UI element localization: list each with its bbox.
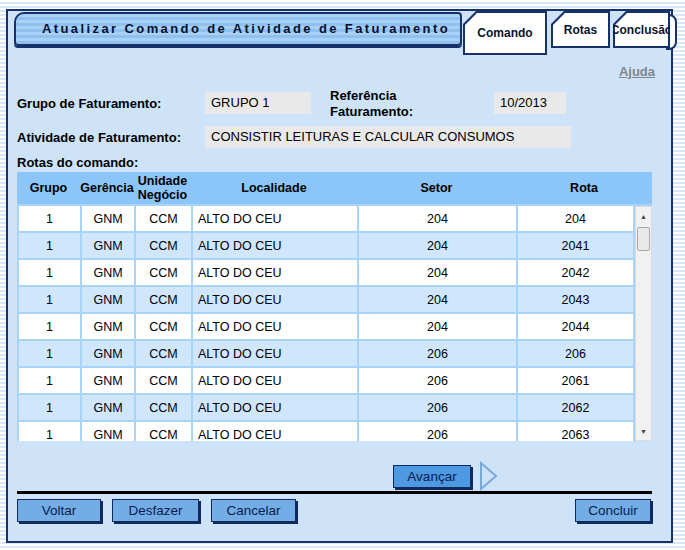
table-cell: 1 xyxy=(19,422,82,441)
scroll-up-icon[interactable]: ▲ xyxy=(636,208,651,224)
table-cell: ALTO DO CEU xyxy=(193,233,359,258)
table-cell: 2062 xyxy=(518,395,633,420)
table-row: 1GNMCCMALTO DO CEU204204 xyxy=(19,206,633,233)
table-cell: GNM xyxy=(82,341,136,366)
forward-arrow-icon xyxy=(478,461,500,491)
table-cell: GNM xyxy=(82,233,136,258)
table-row: 1GNMCCMALTO DO CEU2062062 xyxy=(19,395,633,422)
atividade-faturamento-field: CONSISTIR LEITURAS E CALCULAR CONSUMOS xyxy=(205,126,571,148)
table-cell: ALTO DO CEU xyxy=(193,395,359,420)
tab-label: Conclusão xyxy=(613,11,670,48)
column-header: Rota xyxy=(516,172,652,204)
scrollbar-thumb[interactable] xyxy=(637,227,650,251)
table-cell: CCM xyxy=(136,341,193,366)
table-cell: GNM xyxy=(82,368,136,393)
table-cell: GNM xyxy=(82,314,136,339)
dialog-titlebar: Atualizar Comando de Atividade de Fatura… xyxy=(14,12,462,46)
page-title: Atualizar Comando de Atividade de Fatura… xyxy=(16,14,460,44)
table-cell: 1 xyxy=(19,233,82,258)
table-row: 1GNMCCMALTO DO CEU2062061 xyxy=(19,368,633,395)
desfazer-button[interactable]: Desfazer xyxy=(112,499,199,522)
table-row: 1GNMCCMALTO DO CEU2042043 xyxy=(19,287,633,314)
table-cell: CCM xyxy=(136,260,193,285)
table-cell: 204 xyxy=(359,206,518,231)
table-cell: 2044 xyxy=(518,314,633,339)
tab-conclusão[interactable]: Conclusão xyxy=(613,11,670,48)
column-header: Setor xyxy=(357,172,516,204)
table-cell: ALTO DO CEU xyxy=(193,341,359,366)
table-cell: 206 xyxy=(518,341,633,366)
table-cell: 204 xyxy=(359,314,518,339)
table-cell: GNM xyxy=(82,260,136,285)
table-cell: ALTO DO CEU xyxy=(193,287,359,312)
table-row: 1GNMCCMALTO DO CEU2042041 xyxy=(19,233,633,260)
avancar-button[interactable]: Avançar xyxy=(393,465,471,488)
tab-label: Rotas xyxy=(551,11,610,48)
column-header: Gerência xyxy=(80,172,134,204)
table-cell: 1 xyxy=(19,314,82,339)
column-header: Grupo xyxy=(17,172,80,204)
table-row: 1GNMCCMALTO DO CEU2042044 xyxy=(19,314,633,341)
grupo-faturamento-label: Grupo de Faturamento: xyxy=(17,96,161,111)
table-cell: 2042 xyxy=(518,260,633,285)
table-cell: GNM xyxy=(82,422,136,441)
rotas-comando-label: Rotas do comando: xyxy=(17,155,138,170)
concluir-button[interactable]: Concluir xyxy=(575,499,651,522)
referencia-faturamento-field: 10/2013 xyxy=(494,92,566,114)
table-cell: CCM xyxy=(136,395,193,420)
table-row: 1GNMCCMALTO DO CEU206206 xyxy=(19,341,633,368)
table-cell: ALTO DO CEU xyxy=(193,260,359,285)
table-cell: GNM xyxy=(82,206,136,231)
table-cell: 206 xyxy=(359,422,518,441)
table-cell: 2063 xyxy=(518,422,633,441)
table-cell: 206 xyxy=(359,395,518,420)
column-header: Localidade xyxy=(191,172,357,204)
table-cell: CCM xyxy=(136,287,193,312)
tab-rotas[interactable]: Rotas xyxy=(551,11,610,48)
table-row: 1GNMCCMALTO DO CEU2062063 xyxy=(19,422,633,441)
tab-comando[interactable]: Comando xyxy=(463,11,547,55)
table-header-row: GrupoGerênciaUnidade NegócioLocalidadeSe… xyxy=(17,172,652,206)
cancelar-button[interactable]: Cancelar xyxy=(211,499,296,522)
table-cell: CCM xyxy=(136,368,193,393)
table-cell: 204 xyxy=(359,287,518,312)
table-row: 1GNMCCMALTO DO CEU2042042 xyxy=(19,260,633,287)
atividade-faturamento-label: Atividade de Faturamento: xyxy=(17,130,181,145)
table-cell: GNM xyxy=(82,395,136,420)
table-cell: 2043 xyxy=(518,287,633,312)
table-cell: ALTO DO CEU xyxy=(193,368,359,393)
table-cell: 2041 xyxy=(518,233,633,258)
table-cell: ALTO DO CEU xyxy=(193,314,359,339)
table-cell: 204 xyxy=(518,206,633,231)
table-cell: 1 xyxy=(19,395,82,420)
table-cell: 206 xyxy=(359,368,518,393)
table-cell: CCM xyxy=(136,422,193,441)
grupo-faturamento-field: GRUPO 1 xyxy=(205,92,311,114)
table-cell: CCM xyxy=(136,314,193,339)
table-cell: 204 xyxy=(359,233,518,258)
footer-divider xyxy=(17,491,652,494)
table-cell: 1 xyxy=(19,206,82,231)
scroll-down-icon[interactable]: ▼ xyxy=(636,423,651,439)
table-cell: 1 xyxy=(19,287,82,312)
tab-label: Comando xyxy=(463,11,547,55)
table-cell: CCM xyxy=(136,233,193,258)
rotas-table: GrupoGerênciaUnidade NegócioLocalidadeSe… xyxy=(17,172,652,441)
column-header: Unidade Negócio xyxy=(134,172,191,204)
table-cell: 206 xyxy=(359,341,518,366)
voltar-button[interactable]: Voltar xyxy=(17,499,101,522)
table-cell: ALTO DO CEU xyxy=(193,422,359,441)
table-body: 1GNMCCMALTO DO CEU2042041GNMCCMALTO DO C… xyxy=(17,206,635,441)
table-cell: CCM xyxy=(136,206,193,231)
referencia-faturamento-label: Referência Faturamento: xyxy=(330,88,442,120)
table-cell: ALTO DO CEU xyxy=(193,206,359,231)
table-cell: 2061 xyxy=(518,368,633,393)
table-cell: 1 xyxy=(19,341,82,366)
table-cell: 204 xyxy=(359,260,518,285)
table-cell: 1 xyxy=(19,260,82,285)
table-cell: 1 xyxy=(19,368,82,393)
table-scrollbar[interactable]: ▲ ▼ xyxy=(635,206,652,441)
help-link[interactable]: Ajuda xyxy=(619,64,655,79)
table-cell: GNM xyxy=(82,287,136,312)
